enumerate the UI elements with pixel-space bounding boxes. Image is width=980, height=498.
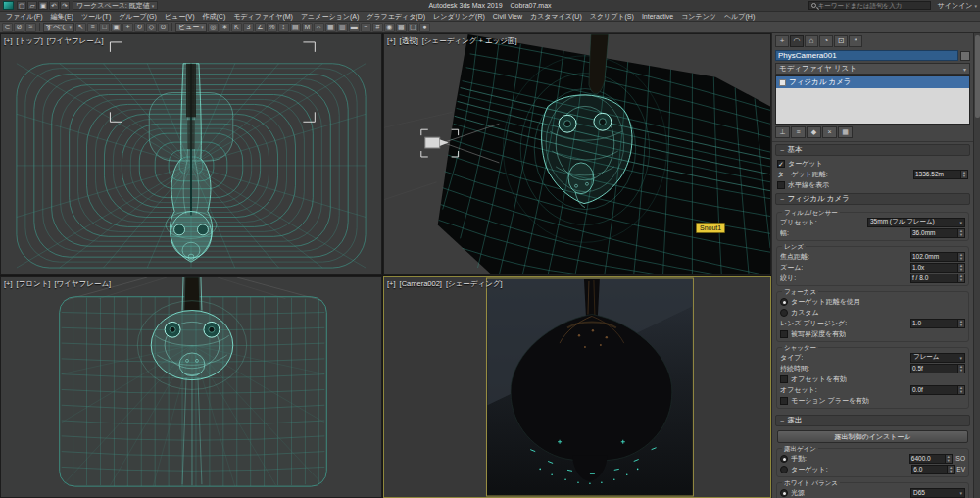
selection-filter-dropdown[interactable]: すべて▾	[43, 23, 74, 32]
spinner-arrows-icon[interactable]	[957, 386, 964, 394]
window-crossing-icon[interactable]: ▣	[111, 23, 122, 32]
viewport-top-menu-button[interactable]: [+]	[4, 36, 13, 46]
viewport-camera-canvas[interactable]	[384, 277, 770, 497]
unlink-selection-icon[interactable]: ⊘	[14, 23, 24, 32]
menu-rendering[interactable]: レンダリング(R)	[429, 12, 489, 22]
open-file-icon[interactable]: ▱	[27, 1, 37, 10]
rollout-basic-header[interactable]: 基本	[775, 144, 970, 156]
show-end-result-icon[interactable]: ≡	[791, 126, 806, 138]
viewport-top-canvas[interactable]	[1, 34, 381, 274]
save-file-icon[interactable]: ▣	[38, 1, 48, 10]
offset-enable-checkbox[interactable]: オフセットを有効	[778, 374, 967, 384]
focus-use-target-radio[interactable]: ターゲット距離を使用	[778, 296, 967, 307]
menu-group[interactable]: グループ(G)	[115, 12, 161, 22]
menu-content[interactable]: コンテンツ	[677, 12, 720, 22]
panel-scrollbar[interactable]	[973, 33, 980, 498]
select-and-move-icon[interactable]: +	[122, 23, 133, 32]
menu-interactive[interactable]: Interactive	[638, 13, 677, 20]
align-icon[interactable]: ⇔	[314, 23, 324, 32]
reference-coordinate-dropdown[interactable]: ビュー▾	[175, 23, 207, 32]
menu-scripting[interactable]: スクリプト(S)	[586, 12, 638, 22]
menu-modifiers[interactable]: モディファイヤ(M)	[229, 12, 297, 22]
modifier-stack[interactable]: フィジカル カメラ	[775, 75, 970, 124]
new-scene-icon[interactable]: ▢	[17, 1, 26, 10]
viewport-perspective-view-label[interactable]: [透視]	[400, 36, 418, 46]
shutter-type-dropdown[interactable]: フレーム	[910, 353, 965, 363]
workspace-dropdown[interactable]: ワークスペース: 既定値▾	[73, 1, 158, 10]
configure-modifier-sets-icon[interactable]: ▦	[838, 126, 853, 138]
select-and-link-icon[interactable]: ⊂	[2, 23, 13, 32]
make-unique-icon[interactable]: ◆	[807, 126, 821, 138]
viewport-camera[interactable]: [+] [Camera002] [シェーディング]	[383, 276, 771, 498]
viewport-camera-shading-label[interactable]: [シェーディング]	[446, 279, 503, 289]
show-horizon-checkbox[interactable]: 水平線を表示	[775, 179, 970, 190]
redo-icon[interactable]: ↷	[60, 1, 70, 10]
target-ev-field[interactable]: 6.0	[911, 465, 955, 474]
select-and-manipulate-icon[interactable]: ∗	[220, 23, 230, 32]
zoom-field[interactable]: 1.0x	[910, 263, 965, 273]
percent-snap-icon[interactable]: %	[267, 23, 277, 32]
menu-graph-editors[interactable]: グラフエディタ(D)	[363, 12, 429, 22]
select-and-scale-icon[interactable]: ◇	[146, 23, 157, 32]
tab-motion[interactable]: ◔	[819, 35, 833, 47]
spinner-arrows-icon[interactable]	[945, 455, 952, 463]
film-preset-dropdown[interactable]: 35mm (フル フレーム)	[867, 218, 965, 227]
bind-to-spacewarp-icon[interactable]: ≈	[25, 23, 36, 32]
focus-custom-radio[interactable]: カスタム	[778, 307, 967, 318]
use-pivot-center-icon[interactable]: ◎	[208, 23, 219, 32]
menu-create[interactable]: 作成(C)	[199, 12, 230, 22]
selection-region-icon[interactable]: □	[99, 23, 110, 32]
remove-modifier-icon[interactable]: ×	[822, 126, 837, 138]
spinner-arrows-icon[interactable]	[957, 229, 964, 237]
tab-create[interactable]: +	[775, 35, 789, 47]
spinner-arrows-icon[interactable]	[947, 466, 954, 473]
rollout-exposure-header[interactable]: 露出	[775, 415, 970, 426]
viewport-perspective-canvas[interactable]	[384, 34, 770, 274]
menu-edit[interactable]: 編集(E)	[47, 12, 77, 22]
focal-length-field[interactable]: 102.0mm	[910, 252, 965, 262]
keyboard-override-icon[interactable]: K	[231, 23, 242, 32]
sign-in-button[interactable]: サインイン▾	[938, 1, 977, 11]
viewport-front-shading-label[interactable]: [ワイヤフレーム]	[54, 279, 111, 289]
viewport-front-view-label[interactable]: [フロント]	[17, 279, 51, 289]
render-setup-icon[interactable]: ▩	[396, 23, 407, 32]
illuminant-dropdown[interactable]: D65	[910, 488, 965, 498]
spinner-arrows-icon[interactable]	[957, 264, 964, 272]
spinner-arrows-icon[interactable]	[960, 171, 967, 178]
spinner-arrows-icon[interactable]	[957, 253, 964, 261]
search-input[interactable]	[818, 2, 928, 10]
tab-utilities[interactable]: *	[849, 35, 862, 47]
spinner-arrows-icon[interactable]	[957, 274, 964, 282]
spinner-arrows-icon[interactable]	[957, 320, 964, 327]
film-width-field[interactable]: 36.0mm	[910, 228, 965, 238]
select-by-name-icon[interactable]: ≡	[87, 23, 98, 32]
menu-views[interactable]: ビュー(V)	[161, 12, 199, 22]
search-box[interactable]	[808, 1, 931, 10]
spinner-snap-icon[interactable]: ↕	[278, 23, 289, 32]
viewport-camera-menu-button[interactable]: [+]	[387, 279, 396, 289]
pin-stack-icon[interactable]: ⊥	[775, 126, 790, 138]
manual-radio[interactable]	[780, 455, 788, 463]
scrollbar-thumb[interactable]	[975, 35, 980, 118]
menu-help[interactable]: ヘルプ(H)	[720, 12, 759, 22]
tab-display[interactable]: ⊡	[834, 35, 848, 47]
target-ev-radio[interactable]	[780, 466, 788, 473]
viewport-perspective-shading-label[interactable]: [シェーディング + エッジ面]	[422, 36, 517, 46]
menu-customize[interactable]: カスタマイズ(U)	[526, 12, 586, 22]
viewport-top-view-label[interactable]: [トップ]	[17, 36, 43, 46]
viewport-perspective-menu-button[interactable]: [+]	[387, 36, 396, 46]
undo-icon[interactable]: ↶	[49, 1, 59, 10]
mirror-icon[interactable]: M	[302, 23, 313, 32]
rendered-frame-icon[interactable]: ▢	[408, 23, 418, 32]
menu-civil-view[interactable]: Civil View	[489, 13, 526, 20]
object-name-tag[interactable]: Snout1	[696, 223, 725, 233]
motion-blur-checkbox[interactable]: モーション ブラーを有効	[778, 395, 967, 406]
object-name-field[interactable]: PhysCamera001	[775, 50, 958, 61]
viewport-perspective[interactable]: Snout1 [+] [透視] [シェーディング + エッジ面]	[383, 33, 771, 275]
viewport-camera-view-label[interactable]: [Camera002]	[400, 279, 442, 289]
viewport-front-menu-button[interactable]: [+]	[4, 279, 13, 289]
rollout-physical-camera-header[interactable]: フィジカル カメラ	[775, 193, 970, 205]
viewport-front-canvas[interactable]	[1, 277, 381, 497]
menu-animation[interactable]: アニメーション(A)	[297, 12, 363, 22]
menu-file[interactable]: ファイル(F)	[2, 12, 47, 22]
